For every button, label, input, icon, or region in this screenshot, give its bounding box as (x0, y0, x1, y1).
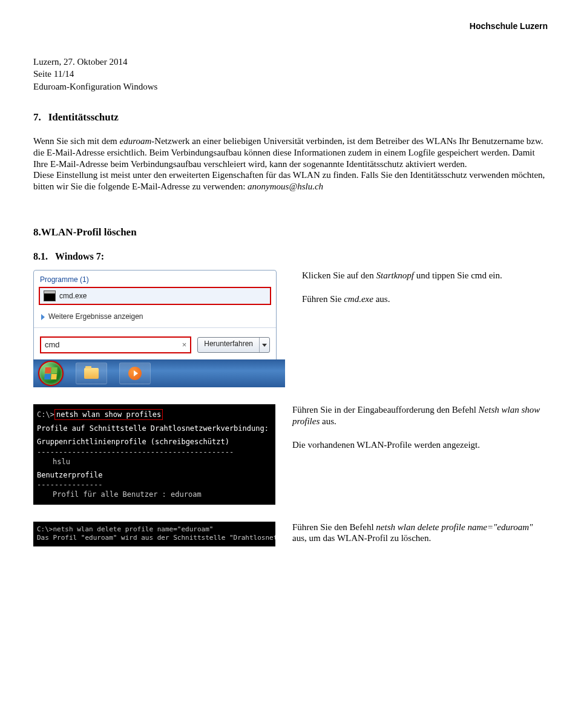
section-8-number: 8. (33, 226, 41, 238)
text-fragment: Führen Sie (302, 294, 344, 304)
doc-title-line: Eduroam-Konfiguration Windows (33, 81, 548, 93)
text-fragment: aus, um das WLAN-Profil zu löschen. (292, 533, 431, 543)
chevron-right-icon (41, 314, 45, 320)
startmenu-group-title: Programme (1) (39, 275, 271, 284)
cmd-window-show-profiles: C:\>netsh wlan show profiles Profile auf… (33, 404, 275, 505)
text-italic-cmdexe: cmd.exe (344, 294, 373, 304)
taskbar (33, 359, 285, 387)
windows-logo-icon (44, 367, 57, 379)
section-8-1-heading: 8.1.Windows 7: (33, 251, 548, 263)
cmd-output-line: Profile auf Schnittstelle Drahtlosnetzwe… (37, 424, 272, 433)
text-fragment: Klicken Sie auf den (302, 271, 376, 280)
step-1-line-2: Führen Sie cmd.exe aus. (302, 293, 548, 305)
page-line: Seite 11/14 (33, 68, 548, 80)
start-menu: Programme (1) cmd.exe Weitere Ergebnisse… (33, 270, 277, 360)
taskbar-explorer[interactable] (76, 362, 107, 384)
cmd-output-dashes: ----------------------------------------… (37, 447, 272, 457)
text-fragment: Führen Sie den Befehl (292, 522, 376, 532)
clear-search-icon[interactable]: × (182, 340, 187, 350)
step-1-text: Klicken Sie auf den Startknopf und tippe… (302, 270, 548, 387)
startmenu-divider (34, 327, 276, 328)
cmd-icon (44, 290, 56, 301)
more-results-label: Weitere Ergebnisse anzeigen (48, 312, 143, 321)
doc-header-right: Hochschule Luzern (33, 21, 548, 32)
startmenu-result-label: cmd.exe (59, 292, 87, 301)
shutdown-label: Herunterfahren (198, 338, 259, 352)
text-fragment: Führen Sie in der Eingabeaufforderung de… (292, 405, 479, 415)
section-8-1-number: 8.1. (33, 251, 48, 263)
text-italic-netsh-delete: netsh wlan delete profile name="eduroam" (376, 522, 533, 532)
step-1-line-1: Klicken Sie auf den Startknopf und tippe… (302, 270, 548, 281)
cmd-output-line: Benutzerprofile (37, 470, 272, 480)
section-7-title: Identitätsschutz (48, 111, 119, 123)
cmd-output-line: Gruppenrichtlinienprofile (schreibgeschü… (37, 437, 272, 447)
text-fragment: und tippen Sie cmd ein. (414, 271, 502, 280)
text-italic-startknopf: Startknopf (376, 271, 414, 280)
search-value: cmd (45, 340, 60, 350)
play-icon (134, 370, 138, 376)
step-3-text: Führen Sie den Befehl netsh wlan delete … (292, 522, 548, 547)
start-button[interactable] (38, 361, 64, 386)
cmd-window-delete-profile: C:\>netsh wlan delete profile name="edur… (33, 522, 275, 547)
startmenu-result-cmd[interactable]: cmd.exe (39, 287, 271, 305)
doc-preheader: Luzern, 27. Oktober 2014 Seite 11/14 Edu… (33, 56, 548, 93)
section-7-heading: 7.Identitätsschutz (33, 111, 548, 123)
step-2-line-1: Führen Sie in der Eingabeaufforderung de… (292, 404, 548, 427)
section-7-paragraph: Wenn Sie sich mit dem eduroam-Netzwerk a… (33, 136, 548, 192)
date-line: Luzern, 27. Oktober 2014 (33, 56, 548, 68)
folder-icon (84, 368, 99, 379)
startmenu-figure: Programme (1) cmd.exe Weitere Ergebnisse… (33, 270, 285, 387)
text-fragment: aus. (373, 294, 390, 304)
step-1-row: Programme (1) cmd.exe Weitere Ergebnisse… (33, 270, 548, 387)
cmd-output-line: hslu (37, 457, 272, 467)
step-3-row: C:\>netsh wlan delete profile name="edur… (33, 522, 548, 547)
text-fragment: Wenn Sie sich mit dem (33, 136, 120, 146)
text-italic-anonymous: anonymous@hslu.ch (248, 182, 323, 191)
step-3-line-1: Führen Sie den Befehl netsh wlan delete … (292, 522, 548, 545)
text-italic-eduroam: eduroam (120, 136, 152, 146)
taskbar-media-player[interactable] (119, 362, 151, 384)
section-8-title: WLAN-Profil löschen (41, 226, 137, 238)
cmd-prompt: C:\> (37, 525, 53, 533)
cmd-output-dashes: --------------- (37, 480, 272, 490)
step-2-line-2: Die vorhandenen WLAN-Profile werden ange… (292, 439, 548, 451)
media-player-icon (128, 367, 142, 380)
cmd-output-line: Profil für alle Benutzer : eduroam (37, 490, 272, 499)
shutdown-button[interactable]: Herunterfahren (197, 337, 270, 353)
section-8-heading: 8.WLAN-Profil löschen (33, 226, 548, 238)
text-fragment: aus. (320, 416, 336, 426)
step-2-row: C:\>netsh wlan show profiles Profile auf… (33, 404, 548, 505)
startmenu-more-results[interactable]: Weitere Ergebnisse anzeigen (39, 309, 271, 327)
step-2-text: Führen Sie in der Eingabeaufforderung de… (292, 404, 548, 505)
shutdown-arrow[interactable] (259, 338, 269, 352)
section-7-number: 7. (33, 111, 41, 123)
cmd-command-highlight: netsh wlan delete profile name="eduroam" (53, 525, 214, 533)
cmd-output-line: Das Profil "eduroam" wird aus der Schnit… (37, 534, 272, 543)
cmd-prompt: C:\> (37, 410, 54, 419)
chevron-down-icon (262, 344, 267, 347)
cmd-command-highlight: netsh wlan show profiles (54, 409, 163, 420)
startmenu-search-input[interactable]: cmd × (40, 336, 191, 353)
section-8-1-title: Windows 7: (55, 251, 104, 261)
